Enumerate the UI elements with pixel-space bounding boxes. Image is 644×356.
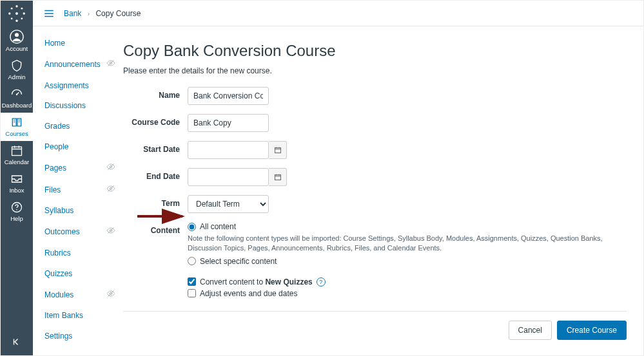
course-nav-item-label: Syllabus — [44, 205, 73, 216]
gn-item-dashboard[interactable]: Dashboard — [1, 84, 33, 113]
term-label: Term — [123, 195, 188, 208]
course-nav-item[interactable]: Quizzes — [44, 266, 123, 282]
code-label: Course Code — [123, 114, 188, 127]
course-nav-item-label: Modules — [44, 290, 73, 301]
global-nav: Account Admin Dashboard Courses Calendar… — [1, 1, 33, 355]
course-nav-item[interactable]: Announcements — [44, 56, 123, 73]
course-nav-item-label: Home — [44, 38, 65, 49]
svg-rect-21 — [275, 175, 280, 180]
svg-point-0 — [15, 5, 17, 7]
name-label: Name — [123, 87, 188, 100]
course-nav-item[interactable]: People — [44, 139, 123, 155]
hidden-eye-icon — [106, 226, 115, 238]
breadcrumb-sep: › — [88, 10, 90, 17]
breadcrumb-leaf: Copy Course — [95, 9, 141, 18]
radio-all-content-input[interactable] — [188, 223, 196, 231]
course-nav-item-label: Settings — [44, 331, 72, 342]
start-label: Start Date — [123, 141, 188, 154]
course-nav-item[interactable]: Settings — [44, 328, 123, 344]
course-nav-item-label: Outcomes — [44, 227, 80, 238]
course-nav-item[interactable]: Files — [44, 182, 123, 199]
check-convert-quizzes-input[interactable] — [188, 277, 196, 286]
course-nav-item[interactable]: Home — [44, 35, 123, 52]
course-nav-item[interactable]: Discussions — [44, 98, 123, 114]
course-nav-item-label: Pages — [44, 163, 66, 174]
svg-point-5 — [21, 8, 23, 10]
start-date-input[interactable] — [188, 141, 269, 159]
calendar-icon — [274, 146, 282, 154]
radio-all-content[interactable]: All content — [188, 222, 627, 231]
button-row: Cancel Create Course — [123, 311, 627, 340]
breadcrumb: Bank › Copy Course — [64, 9, 141, 18]
end-label: End Date — [123, 168, 188, 181]
create-course-button[interactable]: Create Course — [557, 321, 627, 340]
courses-icon — [10, 116, 23, 129]
course-nav-item-label: Discussions — [44, 100, 86, 111]
hidden-eye-icon — [106, 184, 115, 196]
cancel-button[interactable]: Cancel — [509, 321, 552, 340]
svg-point-1 — [15, 20, 17, 22]
code-input[interactable] — [188, 114, 269, 132]
help-icon — [10, 201, 23, 214]
course-nav-item[interactable]: Syllabus — [44, 203, 123, 219]
gn-item-calendar[interactable]: Calendar — [1, 141, 33, 169]
name-input[interactable] — [188, 87, 269, 105]
svg-point-4 — [11, 8, 13, 10]
check-adjust-dates-label: Adjust events and due dates — [200, 289, 297, 298]
course-nav-item-label: Assignments — [44, 80, 89, 91]
svg-point-14 — [16, 209, 17, 211]
check-adjust-dates[interactable]: Adjust events and due dates — [188, 289, 326, 298]
check-adjust-dates-input[interactable] — [188, 289, 196, 297]
svg-point-10 — [15, 33, 19, 37]
radio-specific-content-label: Select specific content — [200, 257, 277, 266]
hamburger-icon — [43, 8, 55, 19]
dashboard-icon — [10, 88, 23, 100]
gn-item-help[interactable]: Help — [1, 198, 33, 226]
term-select[interactable]: Default Term — [188, 195, 269, 213]
main: Copy Bank Conversion Course Please enter… — [123, 26, 643, 355]
course-nav-item-label: Item Banks — [44, 310, 83, 321]
course-nav-item-label: Grades — [44, 121, 70, 132]
breadcrumb-root[interactable]: Bank — [64, 9, 81, 18]
end-date-input[interactable] — [188, 168, 269, 186]
course-nav: HomeAnnouncementsAssignmentsDiscussionsG… — [33, 26, 123, 355]
course-nav-item-label: Rubrics — [44, 248, 71, 259]
svg-point-2 — [8, 12, 10, 14]
collapse-icon — [11, 336, 23, 348]
course-nav-item[interactable]: Item Banks — [44, 308, 123, 324]
course-nav-item[interactable]: Assignments — [44, 78, 123, 94]
admin-icon — [10, 59, 23, 72]
top-bar: Bank › Copy Course — [33, 1, 643, 26]
check-convert-quizzes-label: Convert content to New Quizzes — [200, 277, 313, 286]
app-logo — [1, 1, 33, 26]
start-date-picker-button[interactable] — [269, 141, 287, 159]
course-nav-item[interactable]: Rubrics — [44, 245, 123, 261]
course-nav-item-label: Quizzes — [44, 268, 72, 279]
content-note: Note the following content types will be… — [188, 234, 627, 253]
course-nav-item[interactable]: Modules — [44, 286, 123, 304]
svg-point-11 — [16, 94, 18, 96]
gn-item-inbox[interactable]: Inbox — [1, 169, 33, 198]
radio-specific-content[interactable]: Select specific content — [188, 257, 627, 266]
course-nav-item[interactable]: Outcomes — [44, 223, 123, 241]
course-nav-item[interactable]: Pages — [44, 160, 123, 177]
hidden-eye-icon — [106, 59, 115, 71]
content-label: Content — [123, 222, 188, 235]
svg-point-3 — [23, 12, 25, 14]
svg-point-8 — [15, 12, 18, 15]
radio-specific-content-input[interactable] — [188, 257, 196, 265]
gn-item-account[interactable]: Account — [1, 26, 33, 56]
course-nav-item-label: Announcements — [44, 59, 101, 70]
calendar-icon — [10, 144, 23, 157]
collapse-nav-button[interactable] — [1, 328, 33, 355]
check-convert-quizzes[interactable]: Convert content to New Quizzes ? — [188, 277, 326, 286]
radio-all-content-label: All content — [200, 222, 236, 231]
canvas-logo-icon — [8, 5, 26, 23]
hamburger-button[interactable] — [42, 6, 56, 21]
course-nav-item[interactable]: Grades — [44, 118, 123, 135]
inbox-icon — [10, 173, 23, 185]
gn-item-admin[interactable]: Admin — [1, 56, 33, 84]
convert-help-icon[interactable]: ? — [317, 277, 326, 286]
gn-item-courses[interactable]: Courses — [1, 113, 33, 141]
end-date-picker-button[interactable] — [269, 168, 287, 186]
